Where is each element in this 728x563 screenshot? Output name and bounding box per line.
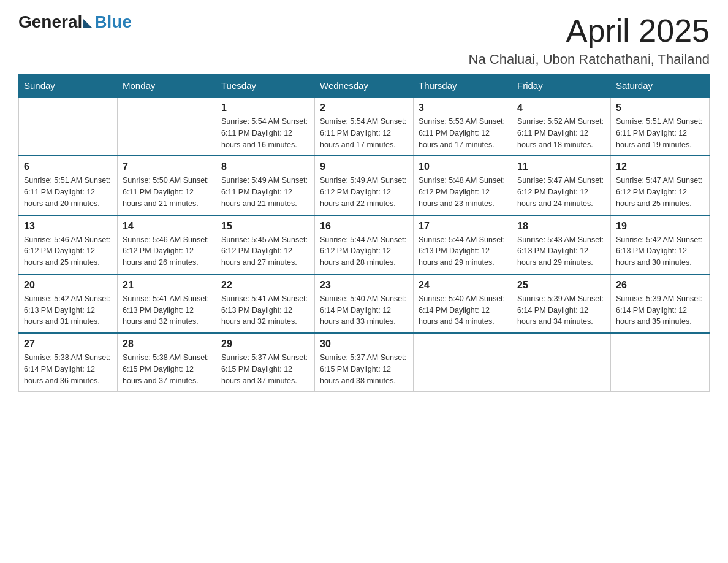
week-row-1: 1Sunrise: 5:54 AM Sunset: 6:11 PM Daylig… <box>19 98 710 156</box>
day-number: 30 <box>320 339 408 350</box>
weekday-header-saturday: Saturday <box>611 74 710 98</box>
calendar-cell: 19Sunrise: 5:42 AM Sunset: 6:13 PM Dayli… <box>611 215 710 274</box>
day-number: 24 <box>419 280 507 291</box>
calendar-cell: 20Sunrise: 5:42 AM Sunset: 6:13 PM Dayli… <box>19 274 118 333</box>
calendar-cell <box>118 98 216 156</box>
calendar-cell: 14Sunrise: 5:46 AM Sunset: 6:12 PM Dayli… <box>118 215 216 274</box>
day-info: Sunrise: 5:53 AM Sunset: 6:11 PM Dayligh… <box>419 116 507 150</box>
calendar-cell: 12Sunrise: 5:47 AM Sunset: 6:12 PM Dayli… <box>611 156 710 215</box>
calendar-cell <box>512 333 611 392</box>
day-info: Sunrise: 5:52 AM Sunset: 6:11 PM Dayligh… <box>517 116 605 150</box>
day-info: Sunrise: 5:54 AM Sunset: 6:11 PM Dayligh… <box>221 116 309 150</box>
weekday-header-sunday: Sunday <box>19 74 118 98</box>
weekday-header-row: SundayMondayTuesdayWednesdayThursdayFrid… <box>19 74 710 98</box>
day-number: 8 <box>221 161 309 172</box>
day-number: 14 <box>123 221 211 232</box>
calendar-cell: 10Sunrise: 5:48 AM Sunset: 6:12 PM Dayli… <box>414 156 512 215</box>
day-number: 13 <box>24 221 112 232</box>
calendar-title: April 2025 <box>469 12 710 49</box>
day-number: 20 <box>24 280 112 291</box>
day-info: Sunrise: 5:51 AM Sunset: 6:11 PM Dayligh… <box>24 175 112 209</box>
calendar-cell: 8Sunrise: 5:49 AM Sunset: 6:11 PM Daylig… <box>216 156 315 215</box>
week-row-5: 27Sunrise: 5:38 AM Sunset: 6:14 PM Dayli… <box>19 333 710 392</box>
calendar-cell <box>611 333 710 392</box>
day-info: Sunrise: 5:48 AM Sunset: 6:12 PM Dayligh… <box>419 175 507 209</box>
day-number: 21 <box>123 280 211 291</box>
day-number: 15 <box>221 221 309 232</box>
day-number: 5 <box>616 102 704 113</box>
day-number: 27 <box>24 339 112 350</box>
calendar-cell: 17Sunrise: 5:44 AM Sunset: 6:13 PM Dayli… <box>414 215 512 274</box>
day-number: 19 <box>616 221 704 232</box>
day-number: 7 <box>123 161 211 172</box>
day-info: Sunrise: 5:40 AM Sunset: 6:14 PM Dayligh… <box>320 293 408 327</box>
week-row-4: 20Sunrise: 5:42 AM Sunset: 6:13 PM Dayli… <box>19 274 710 333</box>
calendar-cell: 16Sunrise: 5:44 AM Sunset: 6:12 PM Dayli… <box>315 215 414 274</box>
calendar-cell: 21Sunrise: 5:41 AM Sunset: 6:13 PM Dayli… <box>118 274 216 333</box>
day-info: Sunrise: 5:39 AM Sunset: 6:14 PM Dayligh… <box>616 293 704 327</box>
calendar-cell: 5Sunrise: 5:51 AM Sunset: 6:11 PM Daylig… <box>611 98 710 156</box>
calendar-cell: 6Sunrise: 5:51 AM Sunset: 6:11 PM Daylig… <box>19 156 118 215</box>
logo-general-text: General <box>18 12 82 32</box>
day-number: 3 <box>419 102 507 113</box>
calendar-cell: 29Sunrise: 5:37 AM Sunset: 6:15 PM Dayli… <box>216 333 315 392</box>
day-info: Sunrise: 5:44 AM Sunset: 6:13 PM Dayligh… <box>419 234 507 269</box>
day-info: Sunrise: 5:41 AM Sunset: 6:13 PM Dayligh… <box>221 293 309 327</box>
day-number: 23 <box>320 280 408 291</box>
calendar-cell: 28Sunrise: 5:38 AM Sunset: 6:15 PM Dayli… <box>118 333 216 392</box>
day-info: Sunrise: 5:42 AM Sunset: 6:13 PM Dayligh… <box>24 293 112 327</box>
day-number: 10 <box>419 161 507 172</box>
calendar-cell: 18Sunrise: 5:43 AM Sunset: 6:13 PM Dayli… <box>512 215 611 274</box>
calendar-cell: 24Sunrise: 5:40 AM Sunset: 6:14 PM Dayli… <box>414 274 512 333</box>
calendar-cell: 23Sunrise: 5:40 AM Sunset: 6:14 PM Dayli… <box>315 274 414 333</box>
day-number: 6 <box>24 161 112 172</box>
weekday-header-wednesday: Wednesday <box>315 74 414 98</box>
calendar-cell: 3Sunrise: 5:53 AM Sunset: 6:11 PM Daylig… <box>414 98 512 156</box>
logo-arrow-icon <box>83 19 92 28</box>
day-number: 29 <box>221 339 309 350</box>
day-number: 28 <box>123 339 211 350</box>
day-number: 11 <box>517 161 605 172</box>
title-area: April 2025 Na Chaluai, Ubon Ratchathani,… <box>469 12 710 67</box>
weekday-header-monday: Monday <box>118 74 216 98</box>
day-info: Sunrise: 5:45 AM Sunset: 6:12 PM Dayligh… <box>221 234 309 269</box>
weekday-header-friday: Friday <box>512 74 611 98</box>
day-number: 22 <box>221 280 309 291</box>
day-info: Sunrise: 5:49 AM Sunset: 6:11 PM Dayligh… <box>221 175 309 209</box>
calendar-subtitle: Na Chaluai, Ubon Ratchathani, Thailand <box>469 52 710 67</box>
logo-blue-text: Blue <box>94 12 132 32</box>
calendar-table: SundayMondayTuesdayWednesdayThursdayFrid… <box>18 74 710 392</box>
calendar-cell: 15Sunrise: 5:45 AM Sunset: 6:12 PM Dayli… <box>216 215 315 274</box>
day-info: Sunrise: 5:41 AM Sunset: 6:13 PM Dayligh… <box>123 293 211 327</box>
day-info: Sunrise: 5:43 AM Sunset: 6:13 PM Dayligh… <box>517 234 605 269</box>
week-row-2: 6Sunrise: 5:51 AM Sunset: 6:11 PM Daylig… <box>19 156 710 215</box>
week-row-3: 13Sunrise: 5:46 AM Sunset: 6:12 PM Dayli… <box>19 215 710 274</box>
logo: General Blue <box>18 12 132 32</box>
day-info: Sunrise: 5:42 AM Sunset: 6:13 PM Dayligh… <box>616 234 704 269</box>
day-number: 17 <box>419 221 507 232</box>
day-info: Sunrise: 5:54 AM Sunset: 6:11 PM Dayligh… <box>320 116 408 150</box>
day-info: Sunrise: 5:49 AM Sunset: 6:12 PM Dayligh… <box>320 175 408 209</box>
day-number: 1 <box>221 102 309 113</box>
calendar-cell: 25Sunrise: 5:39 AM Sunset: 6:14 PM Dayli… <box>512 274 611 333</box>
day-info: Sunrise: 5:46 AM Sunset: 6:12 PM Dayligh… <box>123 234 211 269</box>
day-info: Sunrise: 5:38 AM Sunset: 6:15 PM Dayligh… <box>123 352 211 386</box>
day-number: 12 <box>616 161 704 172</box>
day-number: 18 <box>517 221 605 232</box>
calendar-cell: 26Sunrise: 5:39 AM Sunset: 6:14 PM Dayli… <box>611 274 710 333</box>
page-header: General Blue April 2025 Na Chaluai, Ubon… <box>18 12 710 67</box>
calendar-cell: 9Sunrise: 5:49 AM Sunset: 6:12 PM Daylig… <box>315 156 414 215</box>
calendar-cell: 1Sunrise: 5:54 AM Sunset: 6:11 PM Daylig… <box>216 98 315 156</box>
calendar-cell <box>414 333 512 392</box>
calendar-cell: 2Sunrise: 5:54 AM Sunset: 6:11 PM Daylig… <box>315 98 414 156</box>
day-number: 16 <box>320 221 408 232</box>
weekday-header-thursday: Thursday <box>414 74 512 98</box>
calendar-cell <box>19 98 118 156</box>
day-info: Sunrise: 5:37 AM Sunset: 6:15 PM Dayligh… <box>221 352 309 386</box>
day-info: Sunrise: 5:38 AM Sunset: 6:14 PM Dayligh… <box>24 352 112 386</box>
weekday-header-tuesday: Tuesday <box>216 74 315 98</box>
day-info: Sunrise: 5:39 AM Sunset: 6:14 PM Dayligh… <box>517 293 605 327</box>
calendar-cell: 4Sunrise: 5:52 AM Sunset: 6:11 PM Daylig… <box>512 98 611 156</box>
day-info: Sunrise: 5:46 AM Sunset: 6:12 PM Dayligh… <box>24 234 112 269</box>
calendar-cell: 13Sunrise: 5:46 AM Sunset: 6:12 PM Dayli… <box>19 215 118 274</box>
